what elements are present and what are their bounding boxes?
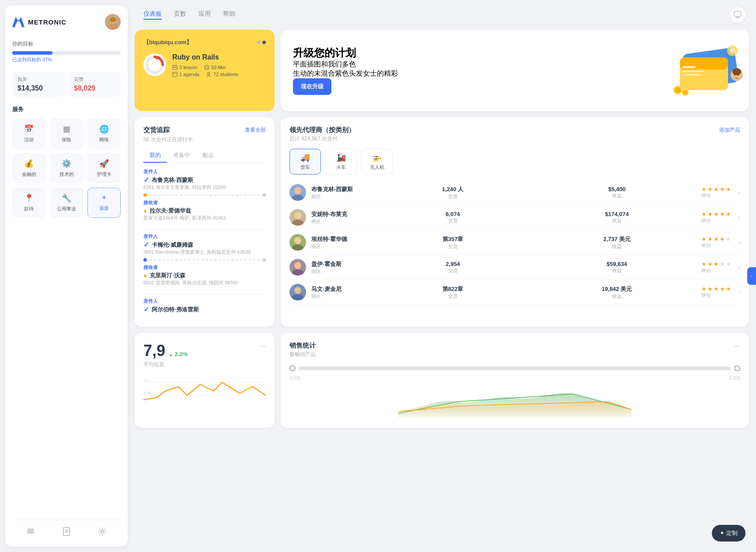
- tab-drone-label: 无人机: [370, 164, 384, 171]
- agent-avatar-4: [289, 259, 306, 276]
- tab-drone[interactable]: 🚁 无人机: [361, 149, 393, 175]
- svg-point-51: [294, 262, 301, 269]
- nav-dashboard[interactable]: 仪表板: [143, 10, 162, 20]
- agent-stat-4: 2,954 交货: [373, 261, 532, 274]
- sender-label-1: 发件人: [143, 168, 266, 175]
- agent-avatar-1: [289, 184, 306, 201]
- agent-arrow-2[interactable]: ›: [738, 214, 740, 221]
- service-add-label: 添新: [99, 205, 109, 212]
- lessons-meta: 3 lesson: [172, 65, 197, 70]
- agent-stars-3: ★★★★★: [701, 236, 731, 242]
- service-insurance[interactable]: ▦ 保险: [50, 119, 83, 149]
- agent-info-5: 马文·麦金尼 南区: [311, 285, 368, 300]
- nav-pages[interactable]: 页数: [174, 10, 186, 20]
- delivery-list: 发件人 ✓ 布鲁克林·西蒙斯 6391 埃尔全主塞莱斯, 特拉华州 10299 …: [143, 168, 266, 318]
- right-panel-trigger[interactable]: ‹: [747, 267, 756, 285]
- svg-rect-12: [734, 11, 741, 17]
- tab-train-label: 火车: [336, 164, 346, 171]
- students-icon: [206, 72, 212, 77]
- upgrade-illustration: [658, 42, 737, 99]
- slider-handle-right[interactable]: [734, 365, 740, 371]
- settings-icon[interactable]: [98, 527, 107, 538]
- tab-new[interactable]: 新的: [143, 149, 167, 163]
- agent-stars-2: ★★★★★: [701, 211, 731, 217]
- svg-text:10: 10: [143, 378, 148, 382]
- service-add[interactable]: + 添新: [87, 188, 121, 218]
- sidebar-header: METRONIC: [12, 14, 121, 30]
- services-grid: 📅 活动 ▦ 保险 🌐 网络 💰 金融的 ⚙️ 技术的 🚀 护理卡 📍 款待 🔧: [12, 119, 121, 218]
- tab-preparing[interactable]: 准备中: [167, 149, 196, 163]
- service-finance[interactable]: 💰 金融的: [12, 153, 45, 183]
- agents-header: 领先代理商（按类别） 添加产品: [289, 126, 740, 134]
- agent-row-3: 埃丝特·霍华德 南区 第357章 交货 2,737 美元 收益: [289, 231, 740, 255]
- agent-arrow-3[interactable]: ›: [738, 239, 740, 246]
- stats-menu-button[interactable]: ···: [259, 342, 266, 351]
- budget-label: 预算: [17, 76, 59, 83]
- sales-menu-button[interactable]: ···: [734, 342, 740, 351]
- agent-category-tabs: 🚚 货车 🚂 火车 🚁 无人机: [289, 149, 740, 175]
- agent-arrow-1[interactable]: ›: [738, 189, 740, 196]
- agent-row-4: 盖伊·霍金斯 南区 2,954 交货 $59,634 收益: [289, 255, 740, 279]
- upgrade-text: 升级您的计划 平面插图和我们多色 生动的未混合紫色头发女士的精彩 现在升级: [293, 46, 398, 95]
- svg-text:7.75: 7.75: [143, 391, 151, 395]
- sales-range-slider[interactable]: [299, 367, 731, 370]
- stats-big-value: 7,9 ▲ 2.2%: [143, 342, 188, 360]
- svg-rect-7: [27, 529, 34, 530]
- dot2: [262, 41, 266, 44]
- service-network[interactable]: 🌐 网络: [87, 119, 121, 149]
- service-tech[interactable]: ⚙️ 技术的: [50, 153, 83, 183]
- nav-help[interactable]: 帮助: [223, 10, 235, 20]
- dot1: [257, 41, 261, 44]
- agent-avatar-3: [289, 234, 306, 251]
- file-icon[interactable]: [63, 527, 70, 538]
- service-activity[interactable]: 📅 活动: [12, 119, 45, 149]
- course-meta: 3 lesson 50 Min 1 agenda: [172, 65, 238, 77]
- agent-stat-2: 6,074 交货: [373, 211, 532, 224]
- stats-subtitle: 平均位置: [143, 361, 188, 368]
- services-label: 服务: [12, 105, 121, 113]
- service-carecard[interactable]: 🚀 护理卡: [87, 153, 121, 183]
- budget-value: $14,350: [17, 84, 59, 92]
- nav-apps[interactable]: 应用: [199, 10, 211, 20]
- meta-row-1: 3 lesson 50 Min: [172, 65, 238, 70]
- agent-name-3: 埃丝特·霍华德: [311, 235, 368, 243]
- svg-point-38: [732, 68, 741, 75]
- agent-stars-1: ★★★★★: [701, 186, 731, 192]
- students-meta: 72 students: [206, 72, 238, 77]
- tab-train[interactable]: 🚂 火车: [325, 149, 357, 175]
- nav-links: 仪表板 页数 应用 帮助: [143, 10, 235, 20]
- avatar-img: [105, 14, 121, 30]
- agent-row-1: 布鲁克林·西蒙斯 南区 1,240 人 交货 $5,400 收益: [289, 181, 740, 205]
- finance-icon: 💰: [24, 159, 34, 168]
- add-product-button[interactable]: 添加产品: [719, 126, 740, 134]
- stats-card: 7,9 ▲ 2.2% 平均位置 ··· 10 7.75: [135, 333, 275, 428]
- svg-rect-5: [27, 531, 34, 531]
- agent-region-3: 南区: [311, 243, 368, 250]
- upgrade-description: 平面插图和我们多色 生动的未混合紫色头发女士的精彩: [293, 60, 398, 78]
- agent-region-5: 南区: [311, 293, 368, 300]
- upgrade-svg-illustration: [658, 42, 746, 103]
- drone-icon: 🚁: [372, 153, 382, 162]
- service-hospitality[interactable]: 📍 款待: [12, 188, 45, 218]
- metronic-logo-icon: [12, 17, 24, 27]
- customize-button[interactable]: ✦ 定制: [712, 525, 746, 542]
- sender-label-3: 发件人: [143, 298, 266, 304]
- receiver-label-2: 接收者: [143, 264, 266, 271]
- tab-truck[interactable]: 🚚 货车: [289, 149, 321, 175]
- view-all-button[interactable]: 查看全部: [245, 126, 266, 134]
- agenda-icon: [172, 72, 178, 77]
- course-info: Ruby on Rails 3 lesson 50 Min: [172, 53, 238, 77]
- notification-button[interactable]: [730, 7, 746, 23]
- agent-arrow-4[interactable]: ›: [738, 264, 740, 271]
- tab-shipping[interactable]: 船运: [196, 149, 220, 163]
- agent-arrow-5[interactable]: ›: [738, 289, 740, 296]
- layers-icon[interactable]: [26, 527, 35, 538]
- agent-avatar-2: [289, 209, 306, 226]
- svg-line-21: [207, 67, 208, 68]
- upgrade-button[interactable]: 现在升级: [293, 78, 331, 95]
- slider-handle-left[interactable]: [289, 365, 296, 371]
- delivery-subtitle: 56 次交付正在进行中: [143, 136, 266, 143]
- sales-chart: 3,000 2,500: [289, 376, 740, 419]
- service-utility[interactable]: 🔧 公用事业: [50, 188, 83, 218]
- agenda-meta: 1 agenda: [172, 72, 199, 77]
